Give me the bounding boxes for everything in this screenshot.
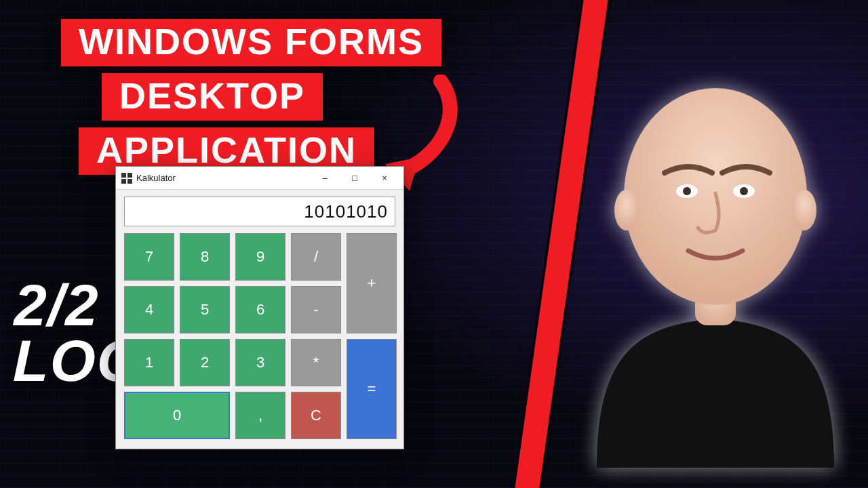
key-8[interactable]: 8 [180,233,230,281]
key-clear[interactable]: C [291,392,341,439]
headline-line-2: DESKTOP [102,73,323,121]
key-5[interactable]: 5 [180,286,230,333]
key-subtract[interactable]: - [291,286,341,333]
key-multiply[interactable]: * [291,339,341,386]
key-decimal[interactable]: , [235,392,285,439]
key-add[interactable]: + [347,233,397,333]
calculator-body: 7 8 9 / + 4 5 6 - 1 2 3 * = 0 , C [116,190,403,449]
window-title: Kalkulator [136,173,310,183]
app-icon [121,173,132,184]
key-9[interactable]: 9 [235,233,285,281]
maximize-button[interactable]: □ [340,167,370,189]
close-button[interactable]: × [370,167,399,189]
svg-point-2 [614,190,639,230]
key-equals[interactable]: = [347,339,397,439]
presenter-portrait [570,34,861,468]
headline-line-1: WINDOWS FORMS [61,19,441,66]
svg-point-3 [792,190,816,230]
display-input[interactable] [124,197,395,226]
keypad: 7 8 9 / + 4 5 6 - 1 2 3 * = 0 , C [124,233,395,439]
key-0[interactable]: 0 [124,392,230,439]
calculator-window: Kalkulator – □ × 7 8 9 / + 4 5 6 - 1 2 3… [115,166,404,449]
key-7[interactable]: 7 [124,233,174,281]
window-titlebar[interactable]: Kalkulator – □ × [116,167,403,190]
minimize-button[interactable]: – [310,167,340,189]
key-1[interactable]: 1 [124,339,174,386]
key-6[interactable]: 6 [235,286,285,333]
svg-point-7 [740,187,748,195]
key-3[interactable]: 3 [235,339,285,386]
key-2[interactable]: 2 [180,339,230,386]
svg-point-6 [683,187,691,195]
key-divide[interactable]: / [291,233,341,281]
key-4[interactable]: 4 [124,286,174,333]
